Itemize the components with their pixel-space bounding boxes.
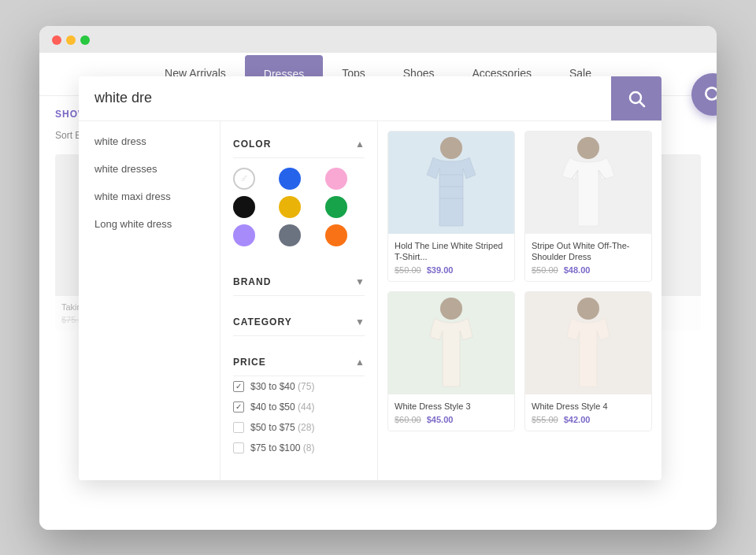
result-img-1	[525, 131, 651, 234]
dot-red	[52, 35, 61, 45]
result-original-price-2: $60.00	[395, 415, 421, 424]
filter-price-header[interactable]: PRICE ▲	[233, 349, 365, 376]
result-img-3	[525, 292, 651, 394]
filter-color-header[interactable]: COLOR ▲	[233, 131, 365, 158]
color-black[interactable]	[233, 196, 255, 218]
svg-point-8	[577, 137, 599, 159]
price-label-2: $50 to $75 (28)	[250, 422, 314, 433]
filters-panel: COLOR ▲ ✓	[220, 121, 378, 480]
svg-point-2	[630, 92, 641, 103]
suggestion-3[interactable]: Long white dress	[79, 210, 220, 238]
filter-category-section: CATEGORY ▼	[233, 309, 365, 336]
search-icon	[627, 89, 646, 108]
result-info-3: White Dress Style 4 $55.00 $42.00	[525, 394, 651, 431]
color-pink[interactable]	[325, 168, 347, 190]
color-chevron-icon: ▲	[355, 139, 365, 150]
filter-brand-header[interactable]: BRAND ▼	[233, 268, 365, 296]
color-white[interactable]: ✓	[233, 168, 255, 190]
result-card-3[interactable]: White Dress Style 4 $55.00 $42.00	[524, 291, 652, 431]
suggestion-0[interactable]: white dress	[79, 128, 220, 155]
filter-brand-section: BRAND ▼	[233, 268, 365, 296]
price-option-3: $75 to $100 (8)	[233, 438, 365, 458]
svg-point-12	[577, 298, 599, 320]
price-options: $30 to $40 (75) $40 to $50 (44) $50 to $…	[233, 376, 365, 458]
price-chevron-icon: ▲	[355, 357, 365, 368]
colors-grid: ✓	[233, 158, 365, 256]
result-prices-1: $50.00 $48.00	[532, 265, 645, 275]
browser-window: New Arrivals Dresses Tops Shoes Accessor…	[39, 26, 717, 530]
color-yellow[interactable]	[279, 196, 301, 218]
suggestion-2[interactable]: white maxi dress	[79, 183, 220, 210]
result-name-0: Hold The Line White Striped T-Shirt...	[395, 240, 508, 263]
result-info-0: Hold The Line White Striped T-Shirt... $…	[388, 234, 514, 282]
search-button[interactable]	[611, 76, 662, 120]
result-img-0	[388, 131, 514, 234]
svg-point-11	[440, 298, 462, 320]
result-sale-price-3: $42.00	[564, 415, 591, 424]
color-gray[interactable]	[279, 224, 301, 246]
suggestions-list: white dress white dresses white maxi dre…	[79, 121, 220, 480]
browser-chrome	[39, 26, 717, 53]
browser-dots	[52, 35, 704, 45]
dot-yellow	[66, 35, 76, 45]
result-original-price-0: $50.00	[395, 265, 421, 275]
filter-brand-title: BRAND	[233, 276, 271, 287]
price-label-0: $30 to $40 (75)	[250, 381, 314, 392]
result-original-price-1: $50.00	[532, 265, 558, 275]
browser-content: New Arrivals Dresses Tops Shoes Accessor…	[39, 53, 717, 530]
svg-point-4	[440, 137, 462, 159]
result-name-3: White Dress Style 4	[532, 401, 645, 412]
color-green[interactable]	[325, 196, 347, 218]
result-info-2: White Dress Style 3 $60.00 $45.00	[388, 394, 514, 431]
filter-price-title: PRICE	[233, 357, 266, 368]
price-option-2: $50 to $75 (28)	[233, 417, 365, 438]
filter-category-header[interactable]: CATEGORY ▼	[233, 309, 365, 336]
filter-price-section: PRICE ▲ $30 to $40 (75) $40 to $50 (44)	[233, 349, 365, 458]
price-option-0: $30 to $40 (75)	[233, 376, 365, 397]
result-prices-3: $55.00 $42.00	[532, 415, 645, 424]
price-option-1: $40 to $50 (44)	[233, 397, 365, 417]
price-checkbox-1[interactable]	[233, 401, 244, 413]
color-blue[interactable]	[279, 168, 301, 190]
price-label-3: $75 to $100 (8)	[250, 442, 314, 453]
search-overlay-panel: white dress white dresses white maxi dre…	[79, 76, 662, 480]
brand-chevron-icon: ▼	[355, 276, 365, 287]
results-panel: Hold The Line White Striped T-Shirt... $…	[378, 121, 662, 480]
price-checkbox-2[interactable]	[233, 422, 244, 433]
result-prices-2: $60.00 $45.00	[395, 415, 508, 424]
result-card-0[interactable]: Hold The Line White Striped T-Shirt... $…	[387, 131, 515, 283]
dropdown-area: white dress white dresses white maxi dre…	[79, 121, 662, 480]
result-name-2: White Dress Style 3	[395, 401, 508, 412]
filter-color-title: COLOR	[233, 139, 271, 150]
svg-point-13	[706, 87, 717, 99]
floating-search-icon	[702, 84, 717, 105]
result-card-1[interactable]: Stripe Out White Off-The-Shoulder Dress …	[524, 131, 652, 283]
dot-green	[80, 35, 90, 45]
result-sale-price-1: $48.00	[564, 265, 591, 275]
result-info-1: Stripe Out White Off-The-Shoulder Dress …	[525, 234, 651, 282]
suggestion-1[interactable]: white dresses	[79, 155, 220, 183]
result-original-price-3: $55.00	[532, 415, 558, 424]
result-prices-0: $50.00 $39.00	[395, 265, 508, 275]
price-checkbox-3[interactable]	[233, 442, 244, 453]
result-name-1: Stripe Out White Off-The-Shoulder Dress	[532, 240, 645, 263]
price-checkbox-0[interactable]	[233, 381, 244, 392]
category-chevron-icon: ▼	[355, 316, 365, 327]
result-sale-price-0: $39.00	[427, 265, 454, 275]
search-bar-row	[79, 76, 662, 121]
color-lavender[interactable]	[233, 224, 255, 246]
price-label-1: $40 to $50 (44)	[250, 401, 314, 413]
svg-line-3	[640, 102, 644, 106]
search-input[interactable]	[79, 77, 611, 119]
result-sale-price-2: $45.00	[427, 415, 454, 424]
result-img-2	[388, 292, 514, 394]
result-card-2[interactable]: White Dress Style 3 $60.00 $45.00	[387, 291, 515, 431]
color-orange[interactable]	[325, 224, 347, 246]
filter-category-title: CATEGORY	[233, 316, 292, 327]
filter-color-section: COLOR ▲ ✓	[233, 131, 365, 256]
